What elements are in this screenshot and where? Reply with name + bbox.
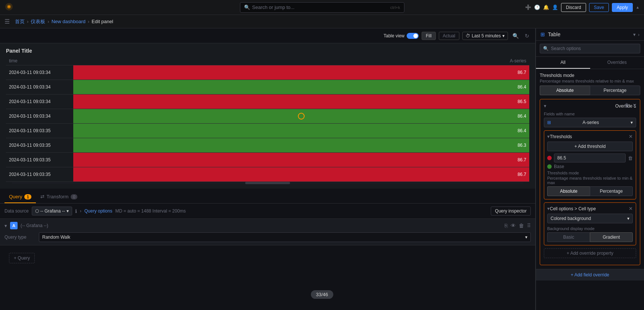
nav-sep-2: › [47,19,49,24]
save-button[interactable]: Save [589,3,609,12]
apply-button[interactable]: Apply [612,3,633,12]
datasource-icon: ⬡ [35,208,39,214]
chevron-down-icon: ▾ [627,216,629,221]
cell-options-expand-icon[interactable]: ▾ [547,206,550,211]
cell-options-close-icon[interactable]: ✕ [629,206,633,211]
override-close-icon[interactable]: ✕ [632,102,637,108]
thresholds-inner-box: ▾ Thresholds ✕ + Add threshold 🗑 Base [544,130,636,199]
nav-new-dashboard[interactable]: New dashboard [52,19,86,24]
query-meta: MD = auto = 1488 Interval = 200ms [115,208,185,214]
nav-home[interactable]: 首页 [15,18,25,25]
threshold-row-base: Base [547,164,633,169]
bell-icon[interactable]: 🔔 [543,4,549,10]
thresholds-mode-section: Thresholds mode Percentage means thresho… [540,73,640,95]
add-threshold-button[interactable]: + Add threshold [547,142,633,151]
user-icon[interactable]: 👤 [552,4,558,10]
datasource-select[interactable]: ⬡ -- Grafana -- ▾ [32,207,72,216]
info-icon[interactable]: ℹ [75,208,77,214]
query-options-sep: › [80,208,81,214]
query-inspector-button[interactable]: Query inspector [491,207,531,216]
search-icon: 🔍 [543,46,549,51]
btn-percentage[interactable]: Percentage [590,86,640,95]
expand-icon[interactable]: ▾ [4,223,7,229]
bg-basic-btn[interactable]: Basic [547,232,590,242]
time-cell: 2024-03-11 09:03:34 [6,80,73,94]
tab-query[interactable]: Query 1 [4,191,36,203]
plus-icon[interactable]: ➕ [525,4,531,10]
search-options-placeholder: Search options [551,46,581,51]
page-indicator: 33/46 [311,290,333,299]
transform-count-badge: 0 [71,194,77,199]
thresh-expand-icon[interactable]: ▾ [547,134,550,139]
transform-tab-label: Transform [47,194,69,199]
bar-cell: 86.4 [73,124,529,138]
bar-cell: 86.4 [73,109,529,124]
menu-icon[interactable]: ☰ [4,18,10,25]
eye-icon[interactable]: 👁 [511,223,516,229]
threshold-delete-icon[interactable]: 🗑 [628,155,633,161]
thresh-btn-percentage[interactable]: Percentage [590,186,633,196]
clock-icon: ⏱ [466,33,470,38]
clock-icon[interactable]: 🕐 [534,4,540,10]
time-cell: 2024-03-11 09:03:35 [6,124,73,138]
viz-type-title: Table [548,31,560,37]
add-query-button[interactable]: + Query [9,253,35,263]
btn-absolute[interactable]: Absolute [540,86,590,95]
col-series: A-series [73,57,529,65]
drag-icon[interactable]: ⠿ [527,223,531,229]
trash-icon[interactable]: 🗑 [519,223,524,229]
query-options-link[interactable]: Query options [84,208,113,214]
thresh-close-icon[interactable]: ✕ [629,134,633,139]
discard-button[interactable]: Discard [561,3,586,12]
thresh-mode-label-inner: Thresholds mode [547,171,633,175]
thresh-btn-absolute[interactable]: Absolute [547,186,590,196]
fill-button[interactable]: Fill [422,32,435,40]
actual-button[interactable]: Actual [439,32,459,40]
collapse-icon[interactable]: ▲ [636,5,640,9]
zoom-out-icon[interactable]: 🔍 [511,31,520,40]
table-row: 2024-03-11 09:03:3486.7 [6,65,529,80]
override-expand-icon[interactable]: ▾ [544,103,546,109]
query-type-select[interactable]: Random Walk ▾ [39,232,531,242]
cell-options-box: ▾ Cell options > Cell type ✕ Colored bac… [544,202,636,245]
panel-title: Panel Title [6,48,529,54]
table-row: 2024-03-11 09:03:3586.7 [6,153,529,167]
query-row-header: ▾ A (-- Grafana --) ⎘ 👁 🗑 ⠿ [4,222,531,229]
field-select-box[interactable]: ⊞ A-series ▾ [544,118,636,127]
threshold-value-input[interactable] [554,154,626,162]
cell-type-value: Colored background [551,216,591,221]
thresh-title: Thresholds [550,134,572,139]
grafana-logo [4,2,13,12]
expand-right-icon[interactable]: › [638,32,640,37]
chevron-down-icon: ▾ [502,33,505,38]
tab-transform[interactable]: ⇄ Transform 0 [36,191,82,203]
fields-with-name-label: Fields with name [544,112,636,116]
add-override-property-button[interactable]: + Add override property [544,248,636,258]
threshold-base-label: Base [554,164,633,169]
nav-bar: ☰ 首页 › 仪表板 › New dashboard › Edit panel [0,15,644,28]
refresh-icon[interactable]: ↻ [523,31,531,40]
chevron-down-icon[interactable]: ▾ [633,32,636,37]
override-trash-icon[interactable]: 🗑 [624,102,629,108]
cell-type-select[interactable]: Colored background ▾ [547,214,633,223]
table-view-switch[interactable] [407,33,419,39]
table-row: 2024-03-11 09:03:3486.4 [6,109,529,124]
bar-cell: 86.7 [73,153,529,167]
global-search[interactable]: 🔍 Search or jump to... ctrl+k [240,2,404,13]
threshold-dot-red [547,156,552,160]
nav-dashboard[interactable]: 仪表板 [31,18,45,25]
chevron-down-icon: ▾ [631,120,633,125]
tab-overrides[interactable]: Overrides [590,57,644,69]
tab-all[interactable]: All [536,57,590,69]
bg-gradient-btn[interactable]: Gradient [590,232,633,242]
copy-icon[interactable]: ⎘ [505,223,508,229]
nav-sep-3: › [88,19,89,24]
time-range-picker[interactable]: ⏱ Last 5 minutes ▾ [462,32,508,40]
horizontal-scrollbar[interactable] [12,182,523,184]
search-options-input[interactable]: 🔍 Search options [540,44,640,53]
thresholds-mode-label: Thresholds mode [540,73,640,78]
add-field-override-button[interactable]: + Add field override [536,269,644,280]
nav-sep-1: › [27,19,28,24]
bar-fill: 86.4 [73,124,529,138]
cell-options-title: Cell options > Cell type [550,206,596,211]
